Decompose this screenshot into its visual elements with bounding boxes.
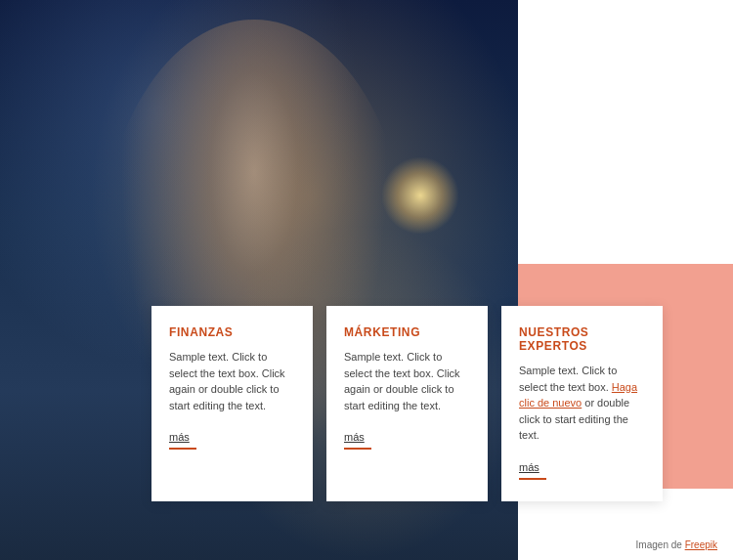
card-expertos[interactable]: NUESTROS EXPERTOS Sample text. Click to … bbox=[501, 306, 663, 501]
card-finanzas-link-underline bbox=[169, 448, 196, 450]
card-finanzas[interactable]: FINANZAS Sample text. Click to select th… bbox=[151, 306, 313, 501]
card-finanzas-title: FINANZAS bbox=[169, 325, 295, 339]
cards-container: FINANZAS Sample text. Click to select th… bbox=[151, 306, 663, 501]
card-expertos-body-part1: Sample text. Click to select the text bo… bbox=[519, 365, 617, 393]
card-expertos-title: NUESTROS EXPERTOS bbox=[519, 325, 645, 353]
image-credit-prefix: Imagen de bbox=[636, 539, 682, 550]
card-expertos-link[interactable]: más bbox=[519, 461, 539, 473]
light-glow bbox=[381, 156, 459, 235]
image-credit: Imagen de Freepik bbox=[636, 539, 717, 550]
card-marketing[interactable]: MÁRKETING Sample text. Click to select t… bbox=[326, 306, 488, 501]
card-finanzas-body: Sample text. Click to select the text bo… bbox=[169, 349, 295, 413]
image-credit-source[interactable]: Freepik bbox=[685, 539, 717, 550]
card-expertos-link-underline bbox=[519, 478, 546, 480]
card-marketing-body: Sample text. Click to select the text bo… bbox=[344, 349, 470, 413]
card-marketing-link-underline bbox=[344, 448, 371, 450]
card-marketing-title: MÁRKETING bbox=[344, 325, 470, 339]
page-wrapper: FINANZAS Sample text. Click to select th… bbox=[0, 0, 733, 560]
card-expertos-body: Sample text. Click to select the text bo… bbox=[519, 363, 645, 444]
card-finanzas-link[interactable]: más bbox=[169, 431, 190, 443]
card-marketing-link[interactable]: más bbox=[344, 431, 365, 443]
